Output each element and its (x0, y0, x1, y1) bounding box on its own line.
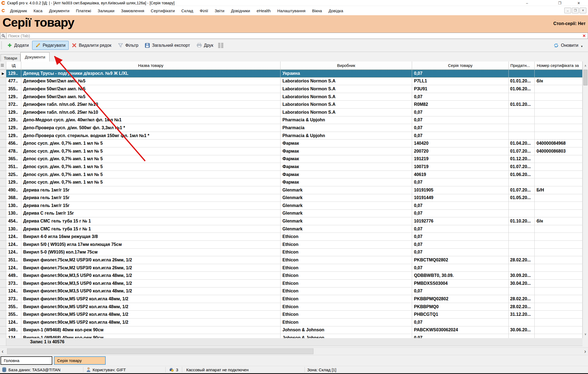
menu-item[interactable]: Звіти (211, 8, 228, 13)
table-row[interactable]: 365..Депос сусп. д/ин. 0,7% амп. 1 мл № … (0, 155, 583, 163)
mdi-close-button[interactable]: ✕ (580, 8, 586, 13)
scroll-left-icon[interactable]: ‹ (2, 348, 4, 355)
table-row[interactable]: ▶129..Депенд Трусы - подгузники д/взросл… (0, 70, 583, 78)
refresh-dropdown-icon[interactable]: ▾ (581, 45, 583, 48)
table-row[interactable]: 129..Депиофен табл. п/пл.об. 25мг №10Lab… (0, 109, 583, 116)
minimize-button[interactable]: – (523, 0, 531, 6)
horizontal-scrollbar-thumb[interactable] (7, 348, 313, 354)
cell-valid: 01.06.20... (509, 85, 535, 93)
table-row[interactable]: 129..Депо-Провера сусп. стерильн. водная… (0, 132, 583, 140)
clear-search-icon[interactable]: ✕ (580, 33, 588, 38)
menu-item[interactable]: Документи (46, 8, 73, 13)
vertical-scrollbar[interactable]: ∧ ∨ (583, 61, 588, 338)
menu-item[interactable]: Залишки (95, 8, 118, 13)
table-row[interactable]: 124..Викрил 5/0 ( W9105) игла 17мм колющ… (0, 241, 583, 249)
bottom-tab-holovna[interactable]: Головна (1, 356, 52, 365)
edit-button[interactable]: Редагувати (32, 41, 69, 50)
column-header-name[interactable]: Назва товару (21, 61, 281, 69)
table-row[interactable]: 351..Депос сусп. д/ин. 0,7% амп. 1 мл № … (0, 163, 583, 171)
table-row[interactable]: 373..Викрил фиолет.90см,М3,5 USP0 кол.иг… (0, 280, 583, 288)
table-row[interactable]: 478..Депос сусп. д/ин. 0,7% амп. 1 мл № … (0, 147, 583, 155)
cell-name: Депиофен 50мг/2мл амп. №5 (21, 93, 281, 101)
column-list-icon[interactable] (218, 43, 223, 48)
scroll-down-icon[interactable]: ∨ (583, 330, 588, 338)
tab-dokumenty[interactable]: Документи (20, 52, 50, 61)
menu-item[interactable]: Замовлення (118, 8, 147, 13)
menu-item[interactable]: Каса (30, 8, 46, 13)
table-row[interactable]: 124..Викрил фиолет.75см,М2 USP3/0 кол.иг… (0, 264, 583, 272)
table-row[interactable]: 130..Дерива С гель 1мг/г 15гGlenmark0,07 (0, 210, 583, 218)
menu-item[interactable]: Філії (196, 8, 211, 13)
column-header-id[interactable]: ІД (6, 61, 21, 69)
scroll-up-icon[interactable]: ∧ (583, 62, 588, 69)
bottom-tab-seriya-tovaru[interactable]: Серія товару (54, 356, 106, 365)
cell-producer: Laboratorios Normon S.A (281, 109, 412, 116)
column-header-producer[interactable]: Виробник (281, 61, 412, 69)
table-row[interactable]: 124..Викрил 4-0 игла 16мм режущая 3/8Eth… (0, 233, 583, 241)
table-row[interactable]: 129..Депо-Медрол сусп. д/ин. 40мг/мл фл.… (0, 116, 583, 124)
menu-item[interactable]: Вікна (309, 8, 325, 13)
column-header-certificate[interactable]: Номер сертифіката за (535, 61, 583, 69)
table-row[interactable]: 129..Депос сусп. д/ин. 0,7% амп. 1 мл № … (0, 178, 583, 186)
close-button[interactable]: ✕ (575, 0, 583, 6)
table-row[interactable]: 454..Дерива СМС гель туба 15 г № 1Glenma… (0, 217, 583, 225)
table-row[interactable]: 124..Викрил фиолет.90см,М3,5 USP0 кол.иг… (0, 288, 583, 295)
table-row[interactable]: 129..Депиофен 50мг/2мл амп. №5Laboratori… (0, 93, 583, 101)
menu-item[interactable]: eHealth (253, 8, 274, 13)
table-row[interactable]: 477..Депиофен 50мг/2мл амп. №5Laboratori… (0, 78, 583, 85)
table-row[interactable]: 124..Викрил 5-0 (W9105) кол.17мм 75смEth… (0, 249, 583, 256)
row-selector (0, 319, 6, 326)
table-row[interactable]: 325..Депос сусп. д/ин. 0,7% амп. 1 мл № … (0, 171, 583, 179)
filter-button[interactable]: Фільтр (115, 41, 142, 50)
refresh-button[interactable]: Оновити ▾ (550, 41, 586, 50)
cell-id: 373.. (6, 295, 21, 303)
row-selector-header[interactable] (0, 61, 6, 69)
horizontal-scrollbar[interactable]: ‹ › (0, 347, 588, 355)
menu-item[interactable]: Налаштування (274, 8, 309, 13)
tab-tovary[interactable]: Товари (1, 54, 20, 61)
vertical-scrollbar-thumb[interactable] (583, 70, 587, 85)
cell-id: 365.. (6, 155, 21, 163)
cell-series: 0,07 (412, 70, 509, 78)
table-row[interactable]: 355..Викрил фиолет.90см,М5 USP2 кол.игла… (0, 311, 583, 319)
cell-name: Викрил фиолет.90см,М5 USP2 кол.игла 48мм… (21, 311, 281, 319)
delete-row-button[interactable]: Видалити рядок (69, 41, 114, 50)
menu-item[interactable]: Склад (178, 8, 196, 13)
menu-item[interactable]: Довідник (7, 8, 30, 13)
column-header-series[interactable]: Серія товару (412, 61, 509, 69)
table-row[interactable]: 372..Депиофен табл. п/пл.об. 25мг №10Lab… (0, 101, 583, 109)
table-row[interactable]: 351..Викрил фиолет.75см,М2 USP3/0 кол.иг… (0, 256, 583, 264)
floppy-icon (145, 43, 150, 48)
menu-item[interactable]: Платежі (73, 8, 95, 13)
table-row[interactable]: 349..Викрил-1 (W9468) 40мм кол-реж 90смJ… (0, 326, 583, 334)
cell-cert (535, 295, 583, 303)
table-row[interactable]: 373..Викрил фиолет.90см,М5 USP2 кол.игла… (0, 295, 583, 303)
table-row[interactable]: 124..Викрил фиолет.90см,М5 USP2 кол.игла… (0, 319, 583, 326)
table-row[interactable]: 129..Депо-Провера сусп. д/ин. 500мг фл. … (0, 124, 583, 132)
restore-button[interactable]: ❐ (556, 0, 564, 6)
export-button[interactable]: Загальний експорт (142, 41, 193, 50)
table-row[interactable]: 490..Дерива гель 1мг/г 15гGlenmark101919… (0, 186, 583, 194)
cell-series: 0,07 (412, 93, 509, 101)
mdi-minimize-button[interactable]: – (564, 8, 571, 13)
table-row[interactable]: 130..Дерива СМС гель туба 15 г № 1Glenma… (0, 225, 583, 233)
menu-item[interactable]: Довідники (228, 8, 253, 13)
column-header-validity[interactable]: Придатн... (509, 61, 535, 69)
search-input[interactable] (7, 33, 580, 38)
table-row[interactable]: 355..Викрил фиолет.90см,М5 USP2 кол.игла… (0, 303, 583, 311)
print-button[interactable]: Друк (193, 41, 217, 50)
page-title: Серії товару (2, 16, 74, 30)
menu-item[interactable]: Сертифікати (148, 8, 178, 13)
table-row[interactable]: 368..Дерива гель 1мг/г 15гGlenmark101914… (0, 194, 583, 202)
table-row[interactable]: 355..Депиофен 50мг/2мл амп. №5Laboratori… (0, 85, 583, 93)
table-row[interactable]: 124..Викрил-1 (W9468) 40мм кол-реж 90смJ… (0, 334, 583, 338)
mdi-restore-button[interactable]: ❐ (572, 8, 579, 13)
add-button[interactable]: Додати (4, 41, 32, 50)
scroll-right-icon[interactable]: › (584, 348, 586, 355)
menu-item[interactable]: Довідка (325, 8, 346, 13)
table-row[interactable]: 130..Дерива гель 1мг/г 15гGlenmark0,07 (0, 202, 583, 210)
cell-name: Викрил фиолет.90см,М5 USP2 кол.игла 48мм… (21, 295, 281, 303)
table-row[interactable]: 449..Викрил фиолет.90см,М3,5 USP0 кол.иг… (0, 272, 583, 280)
table-row[interactable]: 456..Депос сусп. д/ин. 0,7% амп. 1 мл № … (0, 140, 583, 147)
row-selector (0, 326, 6, 334)
